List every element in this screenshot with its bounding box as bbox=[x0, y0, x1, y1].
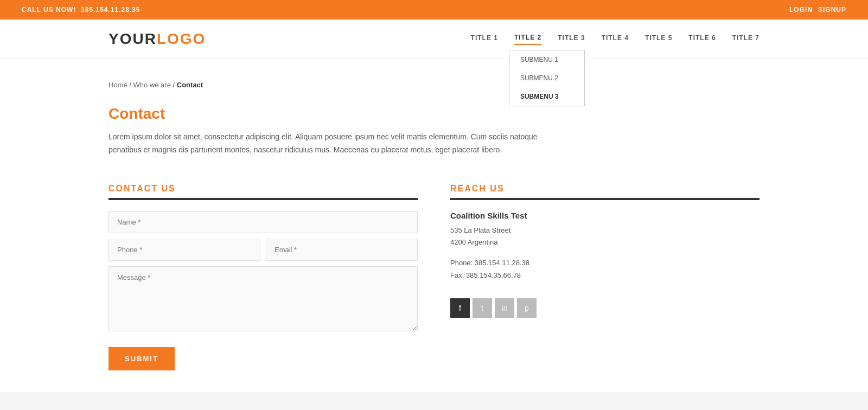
breadcrumb-who-we-are[interactable]: Who we are bbox=[133, 81, 171, 89]
logo-your: YOUR bbox=[108, 30, 157, 47]
address-line2: 4200 Argentina bbox=[450, 236, 760, 248]
phone-number: 385.154.11.28.35 bbox=[81, 6, 140, 14]
twitter-letter: t bbox=[481, 304, 483, 312]
page-title: Contact bbox=[108, 105, 760, 123]
nav-title4[interactable]: TITLE 4 bbox=[602, 34, 629, 44]
contact-divider bbox=[108, 198, 418, 200]
two-column-layout: CONTACT US SUBMIT REACH US Coalition Ski… bbox=[108, 184, 760, 370]
org-name: Coalition Skills Test bbox=[450, 211, 760, 220]
contact-info: Phone: 385.154.11.28.38 Fax: 385.154.35.… bbox=[450, 257, 760, 282]
header: YOURLOGO TITLE 1 TITLE 2 SUBMENU 1 SUBME… bbox=[0, 20, 868, 59]
nav-title2[interactable]: TITLE 2 bbox=[514, 34, 541, 45]
dropdown-menu: SUBMENU 1 SUBMENU 2 SUBMENU 3 bbox=[509, 50, 585, 106]
message-input[interactable] bbox=[108, 266, 418, 331]
logo[interactable]: YOURLOGO bbox=[108, 30, 206, 48]
dropdown-submenu1[interactable]: SUBMENU 1 bbox=[509, 50, 584, 69]
top-bar: CALL US NOW! 385.154.11.28.35 LOGIN SIGN… bbox=[0, 0, 868, 20]
social-icons: f t in p bbox=[450, 298, 760, 318]
facebook-icon[interactable]: f bbox=[450, 298, 470, 318]
signup-link[interactable]: SIGNUP bbox=[818, 6, 846, 14]
phone-input[interactable] bbox=[108, 239, 260, 261]
reach-us-section: REACH US Coalition Skills Test 535 La Pl… bbox=[450, 184, 760, 370]
dropdown-submenu2[interactable]: SUBMENU 2 bbox=[509, 69, 584, 87]
contact-form-section: CONTACT US SUBMIT bbox=[108, 184, 418, 370]
nav-title7[interactable]: TITLE 7 bbox=[732, 34, 760, 44]
page-description: Lorem ipsum dolor sit amet, consectetur … bbox=[108, 131, 553, 157]
contact-us-title: CONTACT US bbox=[108, 184, 418, 194]
login-link[interactable]: LOGIN bbox=[789, 6, 813, 14]
nav-title5[interactable]: TITLE 5 bbox=[645, 34, 672, 44]
org-address: 535 La Plata Street 4200 Argentina bbox=[450, 225, 760, 248]
facebook-letter: f bbox=[459, 304, 461, 312]
breadcrumb-home[interactable]: Home bbox=[108, 81, 127, 89]
nav-title1[interactable]: TITLE 1 bbox=[471, 34, 498, 44]
phone-email-row bbox=[108, 239, 418, 261]
reach-us-divider bbox=[450, 198, 760, 200]
linkedin-icon[interactable]: in bbox=[495, 298, 514, 318]
fax-info: Fax: 385.154.35.66.78 bbox=[450, 269, 760, 281]
message-field-group bbox=[108, 266, 418, 334]
main-content: Home / Who we are / Contact Contact Lore… bbox=[0, 59, 868, 392]
call-label: CALL US NOW! bbox=[22, 6, 76, 14]
name-input[interactable] bbox=[108, 211, 418, 233]
breadcrumb: Home / Who we are / Contact bbox=[108, 81, 760, 89]
nav-title6[interactable]: TITLE 6 bbox=[688, 34, 716, 44]
pinterest-icon[interactable]: p bbox=[517, 298, 537, 318]
call-us-text: CALL US NOW! 385.154.11.28.35 bbox=[22, 6, 141, 14]
logo-logo: LOGO bbox=[157, 30, 206, 47]
submit-button[interactable]: SUBMIT bbox=[108, 347, 175, 370]
phone-info: Phone: 385.154.11.28.38 bbox=[450, 257, 760, 269]
reach-us-title: REACH US bbox=[450, 184, 760, 194]
linkedin-letter: in bbox=[502, 304, 508, 312]
name-field-group bbox=[108, 211, 418, 233]
main-nav: TITLE 1 TITLE 2 SUBMENU 1 SUBMENU 2 SUBM… bbox=[471, 34, 760, 45]
address-line1: 535 La Plata Street bbox=[450, 225, 760, 236]
email-input[interactable] bbox=[266, 239, 418, 261]
dropdown-submenu3[interactable]: SUBMENU 3 bbox=[509, 87, 584, 106]
breadcrumb-current: Contact bbox=[177, 81, 203, 89]
auth-links: LOGIN SIGNUP bbox=[789, 6, 846, 14]
nav-title3[interactable]: TITLE 3 bbox=[558, 34, 585, 44]
twitter-icon[interactable]: t bbox=[473, 298, 492, 318]
nav-title2-container: TITLE 2 SUBMENU 1 SUBMENU 2 SUBMENU 3 bbox=[514, 34, 541, 45]
pinterest-letter: p bbox=[525, 304, 529, 312]
